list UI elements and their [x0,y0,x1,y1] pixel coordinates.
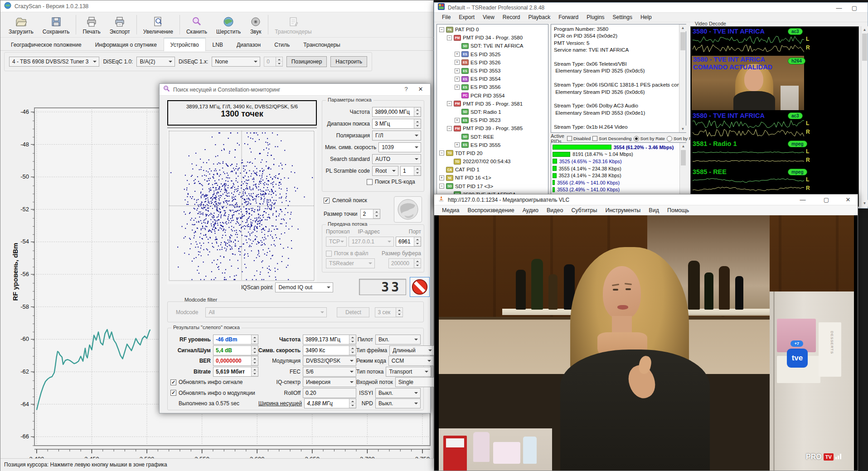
tsreader-maximize-button[interactable]: ▢ [847,3,862,14]
expand-icon[interactable]: + [439,175,444,180]
result-select[interactable]: Длинный [389,345,435,355]
tree-item[interactable]: TD2022/07/02 00:54:43 [438,157,548,165]
collapse-icon[interactable]: − [447,126,452,131]
position-spinner[interactable]: 0 [264,57,283,67]
result-select[interactable]: Инверсия [303,377,356,387]
tree-item[interactable]: +ESES PID 3556 [438,83,548,91]
result-value-box[interactable]: 5,4 dB [213,345,258,355]
vlc-menu-воспроизведение[interactable]: Воспроизведение [463,207,518,214]
dot-size-spinner[interactable]: 2 [360,209,380,219]
vlc-menu-помощь[interactable]: Помощь [663,207,693,214]
vlc-menu-медиа[interactable]: Медиа [438,207,463,214]
expand-icon[interactable]: + [455,68,460,73]
tree-item[interactable]: −PMPMT PID 39 - Progr. 3585 [438,124,548,132]
result-select[interactable]: Вкл. [375,335,421,345]
collapse-icon[interactable]: − [439,151,444,155]
disabled-checkbox[interactable]: Disabled [567,136,591,141]
positioner-button[interactable]: Позиционер [286,56,327,67]
menu-record[interactable]: Record [499,14,524,20]
vlc-menu-аудио[interactable]: Аудио [519,207,543,214]
toolbar-button-save[interactable]: Сохранить [38,12,74,37]
menu-playback[interactable]: Playback [524,14,555,20]
expand-icon[interactable]: + [455,77,460,82]
detect-button[interactable]: Detect [337,307,369,317]
toolbar-button-export[interactable]: Экспорт [105,12,135,37]
result-select[interactable]: 5/6 [303,367,356,377]
vlc-menu-видео[interactable]: Видео [543,207,567,214]
collapse-icon[interactable]: − [439,184,444,189]
result-value-box[interactable]: 5,619 Мбит [213,367,258,377]
vlc-menu-субтитры[interactable]: Субтитры [567,207,601,214]
result-value-box[interactable]: 3899,173 МГц [303,335,356,345]
pid-row[interactable]: 3553 (2.49% ~ 141.00 Kbps) [553,186,679,194]
tree-item[interactable]: +ESES PID 3523 [438,116,548,124]
toolbar-button-zoom[interactable]: Увеличение [139,12,178,37]
tree-item[interactable]: PCPCR PID 3554 [438,92,548,100]
tree-item[interactable]: SDSDT: Radio 1 [438,108,548,116]
expand-icon[interactable]: + [455,142,460,147]
param-spinner[interactable]: 1 [400,166,421,176]
iqscan-select[interactable]: Demod IQ out [275,282,333,292]
pid-row[interactable]: 3554 (61.20% - 3.46 Mbps) [553,144,679,151]
result-select[interactable]: Выкл. [375,398,421,408]
menu-plugins[interactable]: Plugins [582,14,608,20]
toolbar-button-sound[interactable]: Звук [245,12,266,37]
checkbox[interactable] [592,136,597,141]
vlc-menu-инструменты[interactable]: Инструменты [601,207,645,214]
tree-item[interactable]: +ESES PID 3525 [438,50,548,58]
tree-item[interactable]: SDSDT: TVE INT AFRICA [438,42,548,50]
ip-select[interactable]: 127.0.0.1 [349,237,394,247]
param-select[interactable]: Root [372,166,398,176]
pls-search-checkbox[interactable] [367,179,373,185]
tree-item[interactable]: +ESES PID 3554 [438,75,548,83]
tree-item[interactable]: +ESES PID 3555 [438,141,548,149]
video-thumbnail[interactable]: 3580 - TVE INT AFRICACOMANDO ACTUALIDAD [692,56,804,110]
vlc-menu-вид[interactable]: Вид [645,207,663,214]
pid-row[interactable]: 3556 (2.49% ~ 141.00 Kbps) [553,179,679,186]
result-select[interactable]: DVBS2/QPSK [303,356,356,366]
configure-button[interactable]: Настроить [330,56,367,67]
toolbar-button-print[interactable]: Печать [78,12,105,37]
tab-транспондеры[interactable]: Транспондеры [296,39,347,51]
result-select[interactable]: CCM [388,356,434,366]
tree-item[interactable]: −TDTDT PID 20 [438,149,548,157]
menu-export[interactable]: Export [455,14,479,20]
info-scrollbar[interactable]: ▲▼ [679,24,686,132]
param-select[interactable]: 1039 [378,142,421,152]
blind-search-checkbox[interactable]: ✓ [324,198,330,204]
result-value-box[interactable]: 4,188 МГц [304,398,356,408]
collapse-icon[interactable]: − [439,27,444,32]
vlc-video-area[interactable]: DESSERTS+7tvePROTV [434,215,858,471]
toolbar-button-transponders[interactable]: Транспондеры [270,12,316,37]
dialog-close-button[interactable]: ✕ [413,84,428,95]
dialog-help-button[interactable]: ? [398,84,414,95]
tree-item[interactable]: +NINIT PID 16 <1> [438,174,548,182]
vlc-minimize-button[interactable]: — [795,194,810,205]
expand-icon[interactable]: + [455,52,460,57]
result-value-box[interactable]: 3490 Кс [303,345,356,355]
param-spinner[interactable]: 3899,000 МГц [372,107,421,117]
consumer-select[interactable]: TSReader [326,258,375,268]
tree-item[interactable]: +ESES PID 3526 [438,58,548,67]
collapse-icon[interactable]: − [447,101,452,106]
result-select[interactable]: Выкл. [375,388,421,398]
param-spinner[interactable]: 3 МГц [372,119,421,129]
pid-row[interactable]: 8191 (18.47% ~ 1.04 Mbps) [553,151,679,158]
expand-icon[interactable]: + [455,60,460,65]
checkbox[interactable] [567,136,572,141]
tsreader-minimize-button[interactable]: — [831,3,847,14]
tab-lnb[interactable]: LNB [206,39,230,51]
toolbar-button-load[interactable]: Загрузить [4,12,38,37]
tree-item[interactable]: −PMPMT PID 35 - Progr. 3581 [438,100,548,108]
tree-item[interactable]: +ESES PID 3553 [438,67,548,75]
buffer-spinner[interactable]: 200000 [388,258,421,268]
sort-by-rate-radio[interactable]: Sort by Rate [634,136,665,141]
diseqc10-select[interactable]: B/A(2) [136,57,175,67]
tab-устройство[interactable]: Устройство [164,38,206,51]
diseqc1x-select[interactable]: None [212,57,260,67]
vlc-close-button[interactable]: ✕ [840,194,856,205]
collapse-icon[interactable]: − [447,35,452,40]
pid-row[interactable]: 3525 (4.65% ~ 263.16 Kbps) [553,158,679,165]
expand-icon[interactable]: + [455,118,460,123]
result-value-box[interactable]: -46 dBm [213,335,258,345]
